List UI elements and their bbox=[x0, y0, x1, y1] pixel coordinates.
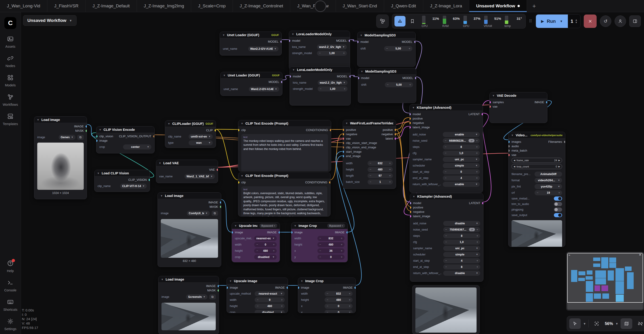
widget-scheduler[interactable]: simple▼ bbox=[443, 252, 480, 257]
node-header[interactable]: ▼CLIP Text Encode (Prompt) bbox=[238, 120, 331, 127]
collapse-icon[interactable]: ▼ bbox=[223, 74, 226, 77]
increment-icon[interactable]: + bbox=[281, 304, 283, 308]
decrement-icon[interactable]: − bbox=[445, 234, 447, 238]
decrement-icon[interactable]: − bbox=[445, 139, 447, 142]
increment-icon[interactable]: + bbox=[349, 298, 350, 301]
input-port-clip_vision[interactable] bbox=[96, 135, 98, 137]
node-header[interactable]: ▼CLIP Vision Encode bbox=[96, 126, 154, 133]
widget-unet_name[interactable]: Wan2.2-I2V-A14B-Low...▼ bbox=[249, 87, 279, 92]
prompt-textarea[interactable]: textThe monkey-robot keeps walking past … bbox=[241, 134, 328, 172]
input-port-model[interactable] bbox=[290, 75, 291, 78]
output-port-CONDITIONING[interactable] bbox=[330, 129, 331, 131]
output-port-MASK[interactable] bbox=[218, 289, 219, 292]
collapse-icon[interactable]: ▼ bbox=[412, 106, 415, 109]
node-wan-first-last-frame[interactable]: ▼WanFirstLastFrameToVideopositivepositiv… bbox=[343, 120, 396, 189]
node-preview-image-node[interactable] bbox=[412, 285, 480, 334]
node-header[interactable]: ▼LoraLoaderModelOnly bbox=[290, 67, 350, 73]
output-port-CLIP_VISION[interactable] bbox=[148, 179, 150, 181]
node-header[interactable]: ▼Load CLIP Vision bbox=[94, 170, 150, 177]
workflow-tab[interactable]: J_Qwen-Edit bbox=[384, 0, 423, 12]
node-clip-text-encode-positive[interactable]: ▼CLIP Text Encode (Prompt)clipCONDITIONI… bbox=[238, 120, 331, 172]
input-port-model[interactable] bbox=[358, 77, 359, 79]
input-port-negative[interactable] bbox=[343, 133, 344, 135]
input-port-audio[interactable] bbox=[508, 145, 510, 147]
randomize-seed-icon[interactable]: ⇄ bbox=[469, 228, 475, 231]
decrement-icon[interactable]: − bbox=[257, 298, 258, 301]
increment-icon[interactable]: + bbox=[273, 243, 274, 246]
node-video-combine[interactable]: ▼Video...comfyui-videohelpersuiteimagesF… bbox=[508, 132, 565, 247]
node-unet-loader-2[interactable]: ▼Unet Loader (GGUF)GGUFMODELunet_nameWan… bbox=[220, 72, 282, 96]
increment-icon[interactable]: + bbox=[341, 249, 342, 252]
widget-return_with_leftover_...[interactable]: enable▼ bbox=[443, 182, 480, 187]
widget-add_noise[interactable]: disable▼ bbox=[443, 221, 480, 226]
input-port-image[interactable] bbox=[291, 231, 292, 234]
decrement-icon[interactable]: − bbox=[320, 255, 321, 259]
collapse-icon[interactable]: ▼ bbox=[234, 224, 237, 227]
collapse-icon[interactable]: ▼ bbox=[361, 70, 363, 73]
increment-icon[interactable]: + bbox=[344, 87, 346, 91]
decrement-icon[interactable]: − bbox=[445, 240, 447, 244]
input-port-images[interactable] bbox=[508, 141, 510, 143]
decrement-icon[interactable]: − bbox=[326, 292, 328, 295]
decrement-icon[interactable]: − bbox=[320, 249, 321, 252]
increment-icon[interactable]: + bbox=[476, 151, 478, 155]
workflow-tab[interactable]: J_Z-Image_Default bbox=[86, 0, 137, 12]
input-port-positive[interactable] bbox=[410, 206, 411, 209]
node-header[interactable]: ▼VAE Decode bbox=[490, 92, 547, 99]
decrement-icon[interactable]: − bbox=[326, 310, 328, 313]
node-header[interactable]: ▼CLIPLoader (GGUF)GGUF bbox=[165, 120, 216, 127]
decrement-icon[interactable]: − bbox=[445, 228, 447, 231]
node-header[interactable]: ▼KSampler (Advanced) bbox=[410, 193, 483, 200]
node-header[interactable]: ▼Image Crop bbox=[298, 278, 356, 284]
pointer-tool-chevron[interactable]: ▼ bbox=[583, 322, 586, 325]
input-port-latent_image[interactable] bbox=[410, 126, 411, 128]
collapse-icon[interactable]: ▼ bbox=[161, 278, 164, 281]
node-ksampler-1[interactable]: ▼KSampler (Advanced)modelLATENTpositiven… bbox=[410, 104, 483, 193]
widget-height[interactable]: −480+ bbox=[318, 242, 344, 247]
decrement-icon[interactable]: − bbox=[386, 47, 388, 50]
increment-icon[interactable]: + bbox=[389, 161, 391, 165]
output-port-MODEL[interactable] bbox=[349, 75, 351, 78]
input-port-image[interactable] bbox=[232, 231, 233, 234]
node-upscale-image-bypassed[interactable]: ▼Upscale ImageBypassed ⌁imageIMAGEupscal… bbox=[232, 222, 280, 262]
increment-icon[interactable]: + bbox=[349, 304, 350, 308]
decrement-icon[interactable]: − bbox=[320, 87, 322, 91]
bookmark-button[interactable] bbox=[407, 16, 418, 27]
decrement-icon[interactable]: − bbox=[536, 191, 538, 194]
workflow-menu-button[interactable]: Unsaved Workflow ▼ bbox=[23, 15, 76, 26]
output-port-IMAGE[interactable] bbox=[278, 231, 280, 234]
widget-unet_name[interactable]: Wan2.2-I2V-A14B-Hig...▼ bbox=[248, 46, 278, 51]
widget-filename_pre...[interactable]: AnimateDiff bbox=[534, 172, 562, 177]
widget-batch_size[interactable]: −1+ bbox=[368, 180, 393, 185]
decrement-icon[interactable]: − bbox=[256, 249, 258, 252]
increment-icon[interactable]: + bbox=[349, 292, 350, 295]
history-button[interactable]: ↺ bbox=[600, 16, 611, 27]
input-port-start_image[interactable] bbox=[343, 151, 344, 153]
increment-icon[interactable]: + bbox=[389, 174, 391, 177]
collapse-icon[interactable]: ▼ bbox=[412, 195, 415, 198]
open-image-icon[interactable]: ⧉ bbox=[212, 211, 218, 216]
output-port-MODEL[interactable] bbox=[349, 40, 350, 42]
output-port-IMAGE[interactable] bbox=[218, 285, 219, 287]
collapse-icon[interactable]: ▼ bbox=[99, 128, 102, 131]
pointer-tool-button[interactable] bbox=[569, 318, 581, 329]
decrement-icon[interactable]: − bbox=[320, 243, 321, 246]
widget-pix_fmt[interactable]: yuv420p▼ bbox=[534, 184, 562, 189]
sidebar-item-templates[interactable]: Templates bbox=[3, 113, 18, 126]
increment-icon[interactable]: + bbox=[341, 255, 342, 259]
widget-crop[interactable]: center▼ bbox=[123, 144, 151, 149]
widget-upscale_method[interactable]: nearest-exact▼ bbox=[254, 291, 285, 296]
widget-width[interactable]: −832+ bbox=[318, 236, 344, 241]
collapse-icon[interactable]: ▼ bbox=[168, 122, 170, 125]
decrement-icon[interactable]: − bbox=[370, 180, 372, 184]
widget-end_at_step[interactable]: −8+ bbox=[443, 264, 480, 269]
slider-left-arrow[interactable]: ◀ bbox=[514, 165, 515, 168]
node-header[interactable]: ▼KSampler (Advanced) bbox=[410, 104, 483, 111]
input-port-clip[interactable] bbox=[238, 181, 240, 184]
minimap-links-toggle-icon[interactable]: ⌁ bbox=[568, 253, 570, 257]
decrement-icon[interactable]: − bbox=[445, 176, 447, 180]
output-port-CLIP_VISION_OUTPUT[interactable] bbox=[153, 135, 154, 137]
increment-icon[interactable]: + bbox=[476, 145, 478, 148]
increment-icon[interactable]: + bbox=[389, 168, 391, 171]
widget-lora_name[interactable]: wan2.2_i2v_lightx2...▼ bbox=[317, 45, 347, 50]
